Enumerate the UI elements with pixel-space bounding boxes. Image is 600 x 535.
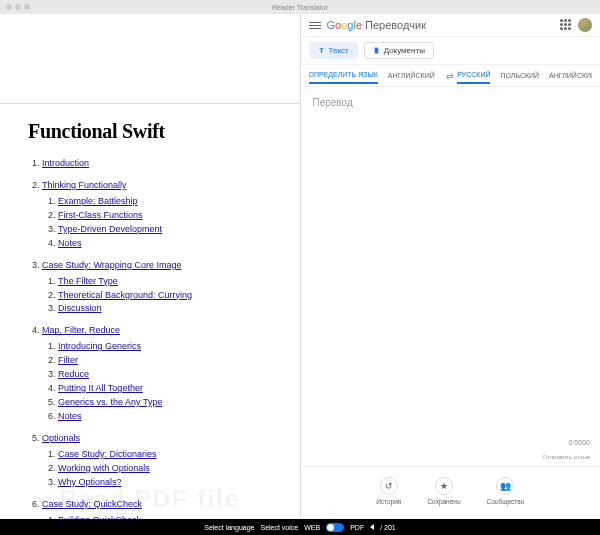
toc-subsection-link[interactable]: Notes xyxy=(58,411,82,421)
toc-chapter: Introduction xyxy=(42,157,290,171)
saved-label: Сохранено xyxy=(427,498,460,505)
window-titlebar: Reader Translator xyxy=(0,0,600,14)
send-feedback-link[interactable]: Отправить отзыв xyxy=(301,452,601,466)
toc-subsection-link[interactable]: Discussion xyxy=(58,303,102,313)
toc-subsection: The Filter Type xyxy=(58,275,290,289)
toc-chapter-link[interactable]: Thinking Functionally xyxy=(42,180,127,190)
toc-subsections: Case Study: DictionariesWorking with Opt… xyxy=(42,448,290,490)
reader-top-blank xyxy=(0,14,300,104)
toc-chapter: OptionalsCase Study: DictionariesWorking… xyxy=(42,432,290,490)
toc-subsection-link[interactable]: Reduce xyxy=(58,369,89,379)
toc-subsection-link[interactable]: Filter xyxy=(58,355,78,365)
translate-body: Перевод 0/5000 Отправить отзыв ↺ История… xyxy=(301,87,601,519)
toc-subsection-link[interactable]: Putting It All Together xyxy=(58,383,143,393)
char-count: 0/5000 xyxy=(569,439,590,446)
toc-subsection-link[interactable]: Building QuickCheck xyxy=(58,515,141,519)
toc-chapter: Case Study: QuickCheckBuilding QuickChec… xyxy=(42,498,290,519)
toc-chapter-link[interactable]: Map, Filter, Reduce xyxy=(42,325,120,335)
dst-lang-1[interactable]: ПОЛЬСКИЙ xyxy=(500,68,539,83)
src-lang-detect[interactable]: ОПРЕДЕЛИТЬ ЯЗЫК xyxy=(309,67,378,84)
toc-subsection: Putting It All Together xyxy=(58,382,290,396)
toc-chapter: Thinking FunctionallyExample: Battleship… xyxy=(42,179,290,251)
toc-subsections: The Filter TypeTheoretical Background: C… xyxy=(42,275,290,317)
toc-subsection: Example: Battleship xyxy=(58,195,290,209)
min-dot[interactable] xyxy=(15,4,21,10)
toc-subsection-link[interactable]: Why Optionals? xyxy=(58,477,122,487)
select-language-button[interactable]: Select language xyxy=(204,524,254,531)
doc-title: Functional Swift xyxy=(28,120,290,143)
table-of-contents: IntroductionThinking FunctionallyExample… xyxy=(28,157,290,519)
history-icon: ↺ xyxy=(380,477,398,495)
avatar[interactable] xyxy=(578,18,592,32)
toc-subsection: Introducing Generics xyxy=(58,340,290,354)
reader-pane: Functional Swift IntroductionThinking Fu… xyxy=(0,14,301,519)
toc-subsection-link[interactable]: Example: Battleship xyxy=(58,196,138,206)
swap-icon[interactable]: ⇄ xyxy=(443,69,457,83)
people-icon: 👥 xyxy=(496,477,514,495)
toc-chapter-link[interactable]: Introduction xyxy=(42,158,89,168)
toc-subsection: Reduce xyxy=(58,368,290,382)
max-dot[interactable] xyxy=(24,4,30,10)
toc-subsection: First-Class Functions xyxy=(58,209,290,223)
mode-text-button[interactable]: Текст xyxy=(309,42,358,59)
toc-chapter: Case Study: Wrapping Core ImageThe Filte… xyxy=(42,259,290,317)
star-icon: ★ xyxy=(435,477,453,495)
dst-lang-2[interactable]: АНГЛИЙСКИЙ xyxy=(549,68,592,83)
toc-subsection: Theoretical Background: Currying xyxy=(58,289,290,303)
google-logo: Google Переводчик xyxy=(327,19,427,31)
toc-subsection: Case Study: Dictionaries xyxy=(58,448,290,462)
toc-subsection: Notes xyxy=(58,237,290,251)
toc-subsection-link[interactable]: Introducing Generics xyxy=(58,341,141,351)
document-view[interactable]: Functional Swift IntroductionThinking Fu… xyxy=(0,104,300,519)
toc-subsection-link[interactable]: Type-Driven Development xyxy=(58,224,162,234)
toc-subsection-link[interactable]: First-Class Functions xyxy=(58,210,143,220)
translate-footer: ↺ История ★ Сохранено 👥 Сообщество xyxy=(301,466,601,519)
brand-suffix: Переводчик xyxy=(365,19,426,31)
history-button[interactable]: ↺ История xyxy=(376,477,401,505)
docs-mode-icon xyxy=(373,47,380,54)
toc-chapter-link[interactable]: Case Study: Wrapping Core Image xyxy=(42,260,181,270)
toc-subsection-link[interactable]: Generics vs. the Any Type xyxy=(58,397,162,407)
toc-subsection-link[interactable]: Case Study: Dictionaries xyxy=(58,449,157,459)
toc-chapter-link[interactable]: Optionals xyxy=(42,433,80,443)
translate-pane: Google Переводчик Текст Документы ОПРЕДЕ… xyxy=(301,14,601,519)
toc-subsection: Type-Driven Development xyxy=(58,223,290,237)
window-title: Reader Translator xyxy=(272,4,328,11)
toc-subsection: Building QuickCheck xyxy=(58,514,290,519)
menu-icon[interactable] xyxy=(309,22,321,29)
toc-subsection-link[interactable]: The Filter Type xyxy=(58,276,118,286)
src-lang-row: ОПРЕДЕЛИТЬ ЯЗЫК АНГЛИЙСКИЙ РУС… ⌄ xyxy=(309,67,444,84)
traffic-lights[interactable] xyxy=(6,4,30,10)
toc-subsection-link[interactable]: Working with Optionals xyxy=(58,463,150,473)
toc-subsection: Working with Optionals xyxy=(58,462,290,476)
translation-output[interactable]: Перевод 0/5000 xyxy=(301,87,601,452)
apps-icon[interactable] xyxy=(560,19,572,31)
lang-tabs: ОПРЕДЕЛИТЬ ЯЗЫК АНГЛИЙСКИЙ РУС… ⌄ ⇄ РУСС… xyxy=(301,65,601,87)
src-lang-1[interactable]: АНГЛИЙСКИЙ xyxy=(388,68,435,83)
toc-chapter-link[interactable]: Case Study: QuickCheck xyxy=(42,499,142,509)
toc-subsections: Introducing GenericsFilterReducePutting … xyxy=(42,340,290,424)
mode-docs-button[interactable]: Документы xyxy=(364,42,434,59)
pdf-label: PDF xyxy=(350,524,364,531)
toc-subsection: Filter xyxy=(58,354,290,368)
history-label: История xyxy=(376,498,401,505)
app-bottombar: Select language Select voice WEB PDF / 2… xyxy=(0,519,600,535)
community-button[interactable]: 👥 Сообщество xyxy=(487,477,525,505)
volume-icon[interactable] xyxy=(370,524,374,530)
output-placeholder: Перевод xyxy=(313,97,353,108)
toc-subsections: Building QuickCheckMaking Values Smaller xyxy=(42,514,290,519)
saved-button[interactable]: ★ Сохранено xyxy=(427,477,460,505)
toc-chapter: Map, Filter, ReduceIntroducing GenericsF… xyxy=(42,324,290,424)
toc-subsection-link[interactable]: Notes xyxy=(58,238,82,248)
dst-lang-row: РУССКИЙ ПОЛЬСКИЙ АНГЛИЙСКИЙ ⌄ xyxy=(457,67,592,84)
dst-lang-0[interactable]: РУССКИЙ xyxy=(457,67,490,84)
mode-row: Текст Документы xyxy=(301,37,601,65)
mode-docs-label: Документы xyxy=(384,46,425,55)
close-dot[interactable] xyxy=(6,4,12,10)
toc-subsection-link[interactable]: Theoretical Background: Currying xyxy=(58,290,192,300)
community-label: Сообщество xyxy=(487,498,525,505)
web-label: WEB xyxy=(304,524,320,531)
web-pdf-toggle[interactable] xyxy=(326,523,344,532)
toc-subsection: Why Optionals? xyxy=(58,476,290,490)
select-voice-button[interactable]: Select voice xyxy=(260,524,298,531)
